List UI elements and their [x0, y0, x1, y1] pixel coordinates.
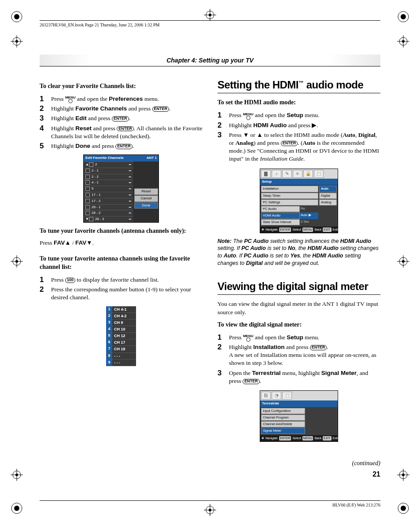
continued-label: (continued)	[217, 459, 380, 468]
step: Open the Terrestrial menu, highlight Sig…	[217, 368, 380, 386]
svg-point-39	[209, 509, 211, 511]
tab-icon: ♪	[272, 170, 281, 178]
crop-mark-icon	[397, 35, 409, 48]
page-number: 21	[217, 470, 380, 479]
crop-mark-icon	[11, 35, 23, 48]
crop-mark-icon	[204, 9, 216, 21]
step: Highlight Reset and press ENTER. All cha…	[40, 124, 203, 141]
osd-edit-favorite-channels: Edit Favorite ChannelsANT 1 ▲2•• 2 - 1••…	[83, 154, 159, 223]
step: Highlight Favorite Channels and press EN…	[40, 104, 203, 114]
svg-point-23	[402, 40, 405, 43]
step: Highlight Done and press ENTER.	[40, 141, 203, 151]
section-title-hdmi-audio: Setting the HDMI™ audio mode	[217, 78, 380, 92]
tab-icon: ≡	[293, 170, 302, 178]
registration-mark-icon	[397, 502, 409, 514]
menu-button-icon: MENU◯	[243, 334, 254, 341]
osd-done-button: Done	[134, 202, 158, 209]
step: Highlight Installation and press ENTER. …	[217, 342, 380, 368]
svg-point-19	[15, 474, 18, 476]
crop-mark-icon	[11, 469, 23, 481]
registration-mark-icon	[397, 11, 409, 23]
chapter-heading: Chapter 4: Setting up your TV	[40, 55, 380, 66]
tab-icon: ◔	[272, 392, 281, 400]
step: Press ▼ or ▲ to select the HDMI audio mo…	[217, 130, 380, 164]
subheading-tune-antenna-only: To tune your favorite channels (antenna …	[40, 227, 203, 235]
svg-point-27	[402, 260, 405, 263]
subheading-set-hdmi: To set the HDMI audio mode:	[217, 99, 380, 107]
crop-mark-icon	[11, 255, 23, 268]
enter-button-icon: ENTER	[112, 116, 129, 121]
step: Press the corresponding number button (1…	[40, 285, 203, 302]
crop-mark-icon	[397, 255, 409, 268]
note: Note: The PC Audio switch setting influe…	[217, 238, 380, 268]
step: Press MENU◯ and open the Setup menu.	[217, 333, 380, 342]
svg-point-35	[209, 14, 211, 16]
subheading-clear-favorites: To clear your Favorite Channels list:	[40, 82, 203, 91]
100-button-icon: 100	[65, 278, 75, 283]
svg-point-15	[15, 260, 18, 263]
step: Press 100 to display the favorite channe…	[40, 275, 203, 285]
registration-mark-icon	[11, 502, 23, 514]
subheading-tune-using-list: To tune your favorite antenna channels u…	[40, 255, 203, 272]
tab-icon: ⬚	[314, 170, 324, 178]
step: Highlight Edit and press ENTER.	[40, 114, 203, 123]
svg-point-5	[14, 506, 19, 511]
tab-icon: ⛓	[261, 392, 271, 400]
header-info: 263237HLV66_EN.book Page 21 Thursday, Ju…	[40, 22, 380, 31]
osd-setup-menu: ▇ ♪ ✎ ≡ 🔒 ⬚ Setup Installation Sleep Tim…	[260, 169, 338, 233]
navigate-icon: ✥	[262, 228, 264, 231]
enter-button-icon: ENTER	[117, 126, 134, 132]
tab-icon: ✎	[282, 170, 292, 178]
paragraph: You can view the digital signal meter in…	[217, 300, 380, 316]
step: Press MENU◯ and open the Preferences men…	[40, 94, 203, 104]
section-title-signal-meter: Viewing the digital signal meter	[217, 279, 380, 294]
svg-point-3	[401, 14, 406, 19]
enter-button-icon: ENTER	[243, 379, 260, 384]
tab-icon: ⬚	[282, 392, 292, 400]
svg-point-11	[15, 40, 18, 43]
enter-button-icon: ENTER	[310, 345, 327, 350]
right-column: Setting the HDMI™ audio mode To set the …	[217, 78, 380, 479]
osd-cancel-button: Cancel	[134, 195, 158, 202]
crop-mark-icon	[397, 469, 409, 481]
osd-terrestrial-menu: ⛓ ◔ ⬚ Terrestrial Input Configuration Ch…	[260, 390, 338, 442]
paragraph: Press FAV▲ / FAV▼.	[40, 239, 203, 247]
tab-icon: ▇	[261, 170, 271, 178]
menu-button-icon: MENU◯	[65, 96, 76, 103]
subheading-view-signal-meter: To view the digital signal meter:	[217, 321, 380, 329]
enter-button-icon: ENTER	[152, 106, 169, 112]
svg-point-31	[402, 474, 405, 476]
enter-button-icon: ENTER	[115, 144, 133, 149]
osd-reset-button: Reset	[134, 188, 158, 195]
svg-point-7	[401, 506, 406, 511]
step: Highlight HDMI Audio and press ▶.	[217, 121, 380, 130]
left-column: To clear your Favorite Channels list: Pr…	[40, 78, 203, 479]
registration-mark-icon	[11, 11, 23, 23]
step: Press MENU◯ and open the Setup menu.	[217, 110, 380, 120]
footer-text: HLV66 (E/F) Web 213:276	[40, 502, 380, 507]
navigate-icon: ✥	[262, 436, 264, 440]
tab-icon: 🔒	[303, 170, 313, 178]
osd-favorite-list: 1CH 4-1 2CH 4-2 3CH 9 4CH 10 5CH 12 6CH …	[106, 306, 136, 366]
menu-button-icon: MENU◯	[243, 113, 254, 119]
svg-point-1	[14, 14, 19, 19]
enter-button-icon: ENTER	[281, 141, 298, 146]
